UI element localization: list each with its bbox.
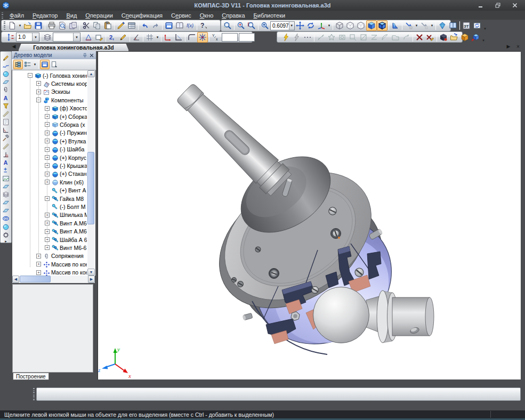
- local-cs-button[interactable]: [83, 32, 94, 43]
- scroll-down-button[interactable]: ▼: [87, 269, 95, 276]
- tree-view-dropdown[interactable]: ▾: [33, 59, 37, 70]
- scroll-up-button[interactable]: ▲: [87, 70, 95, 77]
- surface-tool-button[interactable]: [1, 78, 11, 86]
- expand-box[interactable]: +: [45, 196, 50, 201]
- dim-rect-button[interactable]: [348, 32, 358, 43]
- tree-item[interactable]: +Клин (х6): [12, 178, 87, 186]
- tree-list-button[interactable]: [23, 60, 33, 69]
- spline-tool-button[interactable]: [1, 62, 11, 70]
- tree-item[interactable]: +(-) Крышка: [12, 161, 87, 169]
- tab-scroll-left[interactable]: ◀: [11, 44, 17, 49]
- zoom-scale-combo[interactable]: 0.6097▼: [270, 21, 295, 30]
- toolbar-overflow[interactable]: ▾: [481, 32, 486, 43]
- menu-drag-handle[interactable]: [2, 12, 3, 19]
- tree-item[interactable]: +Шпилька М: [12, 211, 87, 219]
- tree-item[interactable]: +(+) Втулка: [12, 137, 87, 145]
- dim-folder-button[interactable]: [390, 32, 401, 43]
- expand-box[interactable]: +: [45, 180, 50, 184]
- shell-tool-button[interactable]: [1, 215, 11, 223]
- sheet-settings-button[interactable]: ЗТ: [461, 20, 472, 31]
- tree-item[interactable]: +(-) Шайба: [12, 146, 87, 154]
- scroll-right-button[interactable]: ▶: [88, 276, 95, 283]
- tree-panel-header[interactable]: Дерево модели: [12, 51, 96, 59]
- expand-box[interactable]: +: [45, 106, 50, 111]
- collapse-box[interactable]: −: [36, 98, 41, 102]
- expand-box[interactable]: +: [45, 122, 50, 127]
- frame-tool-button[interactable]: [1, 174, 11, 182]
- measure-tool-button[interactable]: [1, 110, 11, 118]
- tree-item[interactable]: +Винт М6-6: [12, 244, 87, 252]
- property-bar-handle[interactable]: [33, 388, 35, 400]
- orthogonal-button[interactable]: [173, 32, 184, 43]
- tree-item[interactable]: +Винт А.М6: [12, 228, 87, 236]
- hidden-thin-button[interactable]: [356, 20, 366, 31]
- layers-tool-button[interactable]: [1, 191, 11, 199]
- tree-item[interactable]: +(+) Стакан: [12, 170, 87, 178]
- hidden-lines-button[interactable]: [345, 20, 356, 31]
- title-bar[interactable]: КОМПАС-3D V11 - Головка хонинговальная.a…: [0, 0, 525, 11]
- sketch-tool-button[interactable]: [1, 54, 11, 62]
- menu-Библиотеки[interactable]: Библиотеки: [249, 12, 290, 19]
- tree-item[interactable]: +Системы коорд: [12, 79, 87, 87]
- snaps-button[interactable]: [197, 32, 208, 43]
- local-axes-button[interactable]: [163, 32, 173, 43]
- variables-window-button[interactable]: [164, 20, 174, 31]
- tree-item[interactable]: +Сборка (х: [12, 120, 87, 128]
- document-tab[interactable]: Головка хонинговальная.a3d: [18, 43, 129, 51]
- dim-star-button[interactable]: [326, 32, 337, 43]
- expand-box[interactable]: +: [36, 90, 41, 94]
- viewport[interactable]: y z x: [98, 51, 521, 379]
- dots-button[interactable]: [302, 32, 313, 43]
- build-tool-button[interactable]: [1, 142, 11, 150]
- copy-button[interactable]: [92, 20, 102, 31]
- projection-button[interactable]: [403, 20, 414, 31]
- toolbar-drag-handle[interactable]: [4, 21, 5, 30]
- zoom-area-button[interactable]: [246, 20, 257, 31]
- vscroll-thumb[interactable]: [87, 152, 94, 224]
- projection-dropdown[interactable]: ▾: [414, 20, 419, 31]
- expand-box[interactable]: +: [45, 245, 50, 250]
- expand-box[interactable]: +: [45, 237, 50, 242]
- tree-item[interactable]: +Гайка М8: [12, 195, 87, 203]
- sketch-state-button[interactable]: 2,: [107, 32, 118, 43]
- cursor-step-icon[interactable]: [5, 32, 16, 43]
- dim-parallel-button[interactable]: [316, 32, 326, 43]
- angle-tool-button[interactable]: [1, 126, 11, 134]
- expand-box[interactable]: +: [45, 155, 50, 160]
- show-all-button[interactable]: [437, 20, 448, 31]
- print-preview-button[interactable]: [57, 20, 68, 31]
- expand-box[interactable]: +: [45, 172, 50, 176]
- cs-settings-button[interactable]: [94, 32, 104, 43]
- expand-box[interactable]: +: [45, 131, 50, 135]
- menu-Справка[interactable]: Справка: [217, 12, 249, 19]
- hscroll-thumb[interactable]: [20, 276, 51, 282]
- expand-box[interactable]: +: [45, 213, 50, 217]
- ball-joint[interactable]: [313, 287, 369, 343]
- new-document-dropdown[interactable]: ▾: [18, 20, 22, 31]
- menu-Окно[interactable]: Окно: [196, 12, 218, 19]
- view-window-button[interactable]: [438, 32, 449, 43]
- pin-icon[interactable]: [82, 53, 87, 58]
- angle-snap-button[interactable]: [131, 32, 142, 43]
- menu-Редактор[interactable]: Редактор: [28, 12, 62, 19]
- layer-combo[interactable]: ▼: [53, 33, 80, 42]
- edit-constraints-button[interactable]: [425, 32, 435, 43]
- dim-lens-button[interactable]: [337, 32, 348, 43]
- insert-component-button[interactable]: [449, 32, 459, 43]
- honing-head-model[interactable]: y z x: [98, 80, 434, 379]
- variables-button[interactable]: f(x): [185, 20, 196, 31]
- tree-item[interactable]: +Шайба А 6: [12, 236, 87, 244]
- model-canvas[interactable]: y z x: [98, 52, 521, 380]
- context-help-button[interactable]: ?: [198, 20, 209, 31]
- half-section-button[interactable]: [390, 20, 401, 31]
- arrow-tool-button[interactable]: [1, 134, 11, 142]
- auto-constraint-button[interactable]: [281, 32, 292, 43]
- plane2-tool-button[interactable]: [1, 199, 11, 207]
- projection2-dropdown[interactable]: ▾: [430, 20, 434, 31]
- dim-z-button[interactable]: [369, 32, 379, 43]
- shaded-edges-button[interactable]: [377, 20, 387, 31]
- settings-tool-button[interactable]: [1, 231, 11, 239]
- toolbar-overflow[interactable]: ▾: [482, 20, 488, 31]
- surface2-tool-button[interactable]: [1, 207, 11, 215]
- shaded-button[interactable]: [366, 20, 377, 31]
